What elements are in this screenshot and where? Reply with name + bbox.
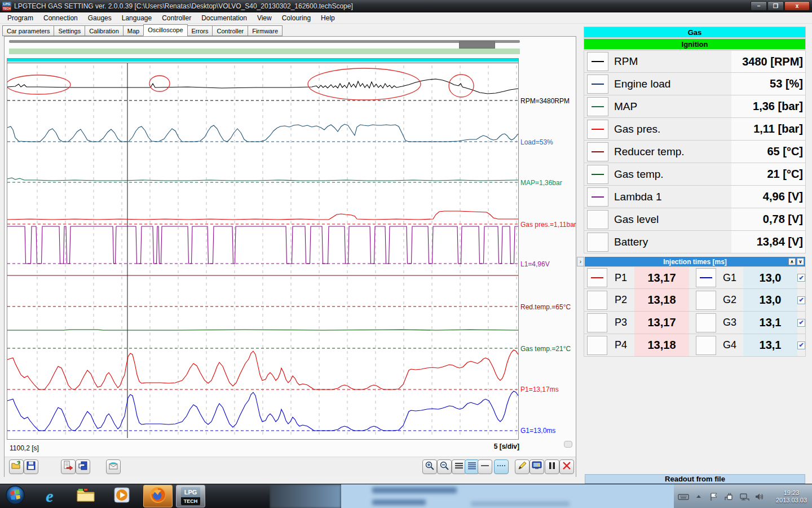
keyboard-icon[interactable] [678, 492, 689, 502]
trace-value-label-g1: G1=13,0ms [520, 427, 555, 435]
menu-item-help[interactable]: Help [316, 13, 340, 23]
menu-item-documentation[interactable]: Documentation [196, 13, 252, 23]
pause-icon [547, 461, 557, 473]
save-button[interactable] [24, 459, 38, 474]
close-icon [562, 461, 572, 473]
petrol-swatch-p3[interactable] [587, 313, 607, 332]
restore-button[interactable]: ❐ [767, 1, 784, 11]
open-button[interactable] [9, 459, 24, 474]
tab-firmware[interactable]: Firmware [248, 25, 283, 36]
export-button[interactable] [61, 459, 76, 474]
action-center-icon[interactable] [708, 492, 720, 502]
parameter-label: Lambda 1 [608, 191, 731, 203]
gas-time-value: 13,1 [743, 334, 797, 356]
trace-swatch-gas-temp[interactable] [587, 165, 608, 184]
save-icon [26, 461, 36, 473]
menu-item-view[interactable]: View [252, 13, 277, 23]
trace-value-label-l1: L1=4,96V [520, 260, 550, 268]
trace-swatch-engine-load[interactable] [587, 75, 608, 94]
trace-value-label-rpm: RPM=3480RPM [520, 97, 570, 105]
power-icon[interactable] [723, 492, 735, 502]
menu-item-colouring[interactable]: Colouring [277, 13, 316, 23]
internet-explorer-taskbar-button[interactable]: e [35, 485, 64, 507]
trace-swatch-battery[interactable] [587, 233, 608, 252]
gas-swatch-g2[interactable] [696, 291, 716, 310]
trace-value-label-gas-pres: Gas pres.=1,11bar [520, 221, 576, 229]
petrol-swatch-p4[interactable] [587, 336, 607, 355]
injector-checkbox-p3[interactable]: ✔ [797, 319, 805, 327]
menu-item-controller[interactable]: Controller [157, 13, 196, 23]
volume-icon[interactable] [754, 492, 765, 502]
tab-settings[interactable]: Settings [54, 25, 85, 36]
petrol-swatch-p1[interactable] [587, 268, 607, 287]
line-single-button[interactable] [478, 459, 492, 474]
pen-icon [517, 461, 527, 473]
mail-icon [108, 461, 118, 473]
trace-swatch-gas-pres[interactable] [587, 120, 608, 139]
injector-checkbox-p1[interactable]: ✔ [797, 274, 805, 282]
close-button[interactable]: x [784, 1, 810, 11]
open-icon [11, 461, 21, 473]
gas-swatch-g4[interactable] [696, 336, 716, 355]
injection-down-icon[interactable]: ∨ [797, 258, 804, 265]
tab-oscilloscope[interactable]: Oscilloscope [143, 24, 187, 36]
taskbar-clock[interactable]: 19:232013.03.03 [771, 489, 812, 504]
trace-swatch-rpm[interactable] [587, 52, 608, 71]
trace-load [7, 124, 518, 142]
firefox-taskbar-button[interactable] [143, 485, 173, 507]
chart-scrollbar-handle[interactable] [459, 41, 495, 49]
tab-map[interactable]: Map [123, 25, 144, 36]
trace-swatch-gas-level[interactable] [587, 210, 608, 229]
petrol-swatch-p2[interactable] [587, 291, 607, 310]
gas-swatch-g3[interactable] [696, 313, 716, 332]
line-dotted-button[interactable] [494, 459, 509, 474]
parameter-row-battery: Battery13,84 [V] [584, 231, 806, 253]
parameter-row-gas-level: Gas level0,78 [V] [584, 208, 806, 231]
menu-item-connection[interactable]: Connection [38, 13, 83, 23]
media-player-taskbar-button[interactable] [107, 485, 136, 507]
lpgtech-icon: LPGTECH [181, 487, 200, 505]
lpgtech-taskbar-button[interactable]: LPGTECH [176, 485, 205, 507]
parameter-row-rpm: RPM3480 [RPM] [584, 50, 806, 73]
tab-errors[interactable]: Errors [187, 25, 213, 36]
line-single-icon [480, 461, 490, 473]
injection-times-title: Injection times [ms] [663, 258, 727, 266]
pause-button[interactable] [545, 459, 559, 474]
trace-swatch-reducer-temp[interactable] [587, 142, 608, 161]
gas-swatch-g1[interactable] [696, 268, 716, 287]
injector-checkbox-p2[interactable]: ✔ [797, 296, 805, 304]
trace-swatch-map[interactable] [587, 97, 608, 116]
injection-up-icon[interactable]: ∧ [788, 258, 796, 265]
trace-swatch-lambda-1[interactable] [587, 187, 608, 207]
injection-expander-button[interactable]: › [577, 257, 584, 266]
zoom-out-button[interactable] [437, 459, 452, 474]
pen-button[interactable] [515, 459, 529, 474]
menu-item-language[interactable]: Language [117, 13, 157, 23]
screen-button[interactable] [529, 459, 544, 474]
injection-row-p1: P113,17G113,0✔ [584, 266, 806, 289]
zoom-in-button[interactable] [422, 459, 437, 474]
minimize-button[interactable]: – [751, 1, 767, 11]
menu-item-gauges[interactable]: Gauges [83, 13, 117, 23]
oscilloscope-chart[interactable] [7, 59, 518, 439]
panel-grip[interactable] [564, 441, 572, 448]
gas-time-value: 13,1 [743, 312, 797, 334]
show-hidden-icon[interactable] [693, 492, 704, 502]
network-icon[interactable] [739, 492, 750, 502]
mail-button[interactable] [106, 459, 121, 474]
chart-scrollbar-track[interactable] [9, 40, 520, 43]
tab-car-parameters[interactable]: Car parameters [2, 25, 54, 36]
petrol-time-value: 13,18 [634, 334, 689, 356]
tab-controller[interactable]: Controller [212, 25, 248, 36]
tab-calibration[interactable]: Calibration [85, 25, 123, 36]
windows-explorer-taskbar-button[interactable] [71, 485, 100, 507]
menu-item-program[interactable]: Program [2, 13, 38, 23]
start-taskbar-button[interactable] [1, 485, 29, 507]
close-button[interactable] [559, 459, 574, 474]
timebase-label: 5 [s/div] [450, 443, 519, 450]
chart-area[interactable] [7, 58, 519, 440]
copy-button[interactable] [76, 459, 90, 474]
gas-time-value: 13,0 [743, 289, 797, 311]
trace-value-label-p1: P1=13,17ms [520, 386, 559, 393]
injector-checkbox-p4[interactable]: ✔ [797, 341, 805, 349]
